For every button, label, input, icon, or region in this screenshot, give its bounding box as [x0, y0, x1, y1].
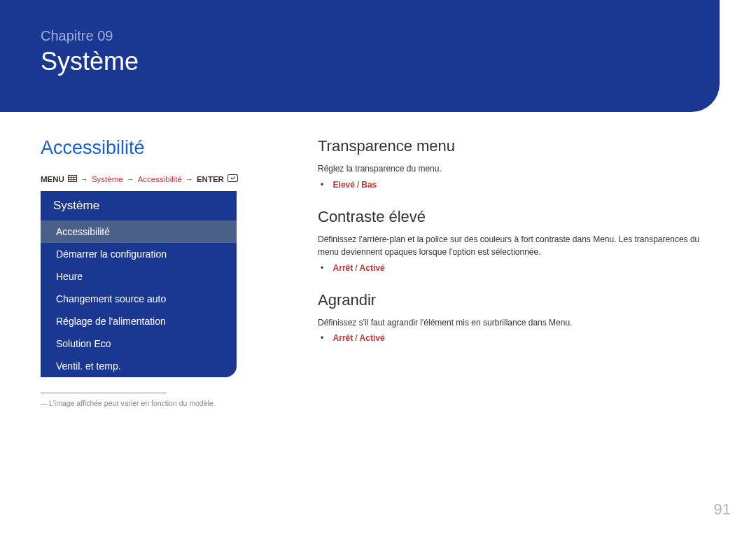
menu-item-demarrer-config[interactable]: Démarrer la configuration	[41, 243, 237, 265]
heading-transparence-menu: Transparence menu	[318, 137, 715, 155]
desc-contraste-eleve: Définissez l'arrière-plan et la police s…	[318, 233, 715, 259]
options-transparence-menu: Elevé/Bas	[318, 180, 715, 190]
menu-grid-icon	[68, 175, 77, 184]
menu-panel: Système Accessibilité Démarrer la config…	[41, 191, 237, 377]
chapter-banner: Chapitre 09 Système	[0, 0, 720, 112]
chapter-title: Système	[41, 47, 720, 76]
footnote-separator	[41, 393, 167, 393]
breadcrumb: MENU → Système → Accessibilité → ENTER	[41, 174, 279, 184]
arrow-right-icon: →	[80, 175, 88, 183]
arrow-right-icon: →	[186, 175, 193, 183]
svg-rect-0	[68, 175, 76, 181]
breadcrumb-step-2: Accessibilité	[138, 175, 182, 183]
heading-agrandir: Agrandir	[318, 291, 715, 309]
menu-item-accessibilite[interactable]: Accessibilité	[41, 220, 237, 243]
options-agrandir: Arrêt/Activé	[318, 333, 715, 343]
desc-agrandir: Définissez s'il faut agrandir l'élément …	[318, 316, 715, 330]
menu-panel-header: Système	[41, 191, 237, 220]
desc-transparence-menu: Réglez la transparence du menu.	[318, 162, 715, 176]
menu-item-reglage-alimentation[interactable]: Réglage de l'alimentation	[41, 310, 237, 332]
enter-icon	[227, 174, 237, 184]
heading-contraste-eleve: Contraste élevé	[318, 208, 715, 226]
menu-item-solution-eco[interactable]: Solution Eco	[41, 332, 237, 355]
section-title: Accessibilité	[41, 137, 279, 159]
breadcrumb-step-1: Système	[92, 175, 123, 183]
options-contraste-eleve: Arrêt/Activé	[318, 263, 715, 273]
breadcrumb-menu-label: MENU	[41, 175, 64, 183]
arrow-right-icon: →	[127, 175, 134, 183]
menu-item-ventil-temp[interactable]: Ventil. et temp.	[41, 355, 237, 377]
menu-item-heure[interactable]: Heure	[41, 265, 237, 288]
breadcrumb-enter-label: ENTER	[197, 175, 224, 183]
page-number: 91	[714, 500, 731, 519]
chapter-label: Chapitre 09	[41, 28, 720, 44]
menu-item-changement-source[interactable]: Changement source auto	[41, 288, 237, 310]
footnote: ―L'image affichée peut varier en fonctio…	[41, 399, 279, 407]
